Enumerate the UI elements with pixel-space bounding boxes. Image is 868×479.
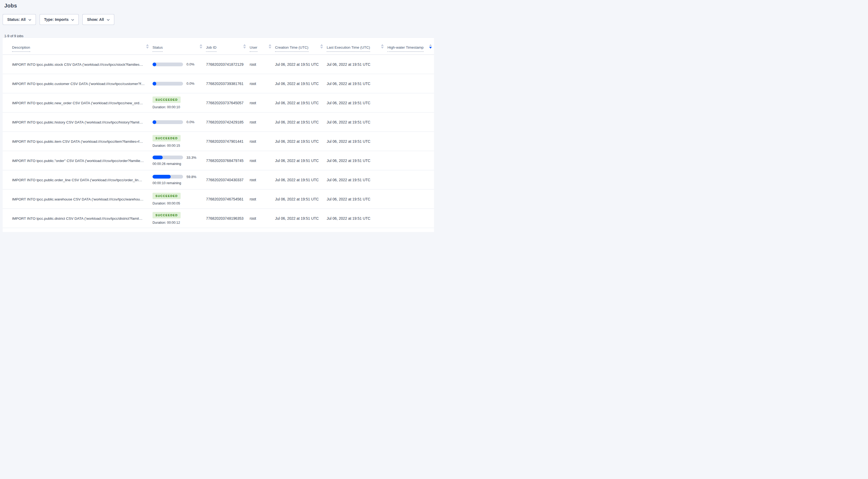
status-subtext: Duration: 00:00:05 [153,202,206,205]
progress-fill [153,63,156,66]
progress-percent: 0.0% [186,120,194,124]
sort-arrows-icon [381,44,384,49]
progress-percent: 59.8% [186,175,196,179]
column-header-job-id[interactable]: Job ID [206,44,250,55]
job-status-cell: 33.3% 00:00:26 remaining [153,156,206,166]
progress-track [153,156,183,159]
sort-arrows-icon [269,44,271,49]
type-filter-dropdown[interactable]: Type: Imports [40,14,79,25]
status-subtext: 00:00:10 remaining [153,181,206,185]
sort-arrows-icon [243,44,246,49]
job-description-cell: IMPORT INTO tpcc.public.warehouse CSV DA… [3,197,153,201]
job-id-cell: 776820203746754561 [206,197,250,201]
column-header-high-water-timestamp[interactable]: High-water Timestamp [388,44,434,55]
job-description-cell: IMPORT INTO tpcc.public."order" CSV DATA… [3,159,153,163]
table-row: IMPORT INTO tpcc.public.order_line CSV D… [3,170,434,190]
status-filter-label: Status: All [7,18,26,22]
job-description: IMPORT INTO tpcc.public.history CSV DATA… [12,120,143,124]
chevron-down-icon [28,19,31,21]
progress-fill [153,156,163,159]
job-description: IMPORT INTO tpcc.public.new_order CSV DA… [12,101,143,105]
progress-bar: 0.0% [153,120,206,124]
job-description-cell: IMPORT INTO tpcc.public.stock CSV DATA (… [3,62,153,67]
status-badge: SUCCEEDED [153,212,181,218]
progress-bar: 59.8% [153,175,206,179]
job-last-execution-time-cell: Jul 06, 2022 at 19:51 UTC [327,216,388,220]
page-title: Jobs [4,3,434,9]
status-filter-dropdown[interactable]: Status: All [3,14,36,25]
table-row: IMPORT INTO tpcc.public.warehouse CSV DA… [3,190,434,209]
chevron-down-icon [107,19,110,21]
job-last-execution-time-cell: Jul 06, 2022 at 19:51 UTC [327,101,388,105]
job-creation-time-cell: Jul 06, 2022 at 19:51 UTC [275,120,327,124]
status-subtext: Duration: 00:00:10 [153,105,206,109]
sort-arrows-icon [146,44,149,49]
job-description: IMPORT INTO tpcc.public.order_line CSV D… [12,178,142,182]
progress-track [153,82,183,85]
status-subtext: 00:00:26 remaining [153,162,206,166]
job-user-cell: root [250,216,275,220]
progress-fill [153,175,171,178]
job-user-cell: root [250,159,275,163]
table-body: IMPORT INTO tpcc.public.stock CSV DATA (… [3,55,434,228]
job-id-cell: 776820203748196353 [206,216,250,220]
job-user-cell: root [250,81,275,86]
status-badge: SUCCEEDED [153,135,181,141]
progress-track [153,175,183,178]
job-creation-time-cell: Jul 06, 2022 at 19:51 UTC [275,81,327,86]
job-last-execution-time-cell: Jul 06, 2022 at 19:51 UTC [327,159,388,163]
sort-arrows-icon [320,44,323,49]
job-creation-time-cell: Jul 06, 2022 at 19:51 UTC [275,139,327,143]
table-row: IMPORT INTO tpcc.public.new_order CSV DA… [3,93,434,112]
job-status-cell: SUCCEEDED Duration: 00:00:10 [153,97,206,109]
job-creation-time-cell: Jul 06, 2022 at 19:51 UTC [275,101,327,105]
job-status-cell: 59.8% 00:00:10 remaining [153,175,206,185]
job-user-cell: root [250,120,275,124]
job-description: IMPORT INTO tpcc.public.stock CSV DATA (… [12,63,143,67]
progress-bar: 0.0% [153,62,206,66]
sort-desc-icon [429,44,432,49]
status-subtext: Duration: 00:00:12 [153,221,206,225]
column-header-description[interactable]: Description [3,44,153,55]
table-header-row: Description Status Job ID User Creation … [3,38,434,55]
type-filter-label: Type: Imports [44,18,69,22]
job-description-cell: IMPORT INTO tpcc.public.new_order CSV DA… [3,101,153,105]
job-status-cell: 0.0% [153,81,206,85]
filter-bar: Status: All Type: Imports Show: All [3,14,434,25]
progress-percent: 0.0% [186,81,194,85]
table-row: IMPORT INTO tpcc.public.customer CSV DAT… [3,74,434,93]
show-filter-label: Show: All [87,18,104,22]
table-row: IMPORT INTO tpcc.public.district CSV DAT… [3,209,434,228]
job-status-cell: 0.0% [153,120,206,124]
job-description-cell: IMPORT INTO tpcc.public.item CSV DATA ('… [3,139,153,143]
job-last-execution-time-cell: Jul 06, 2022 at 19:51 UTC [327,197,388,201]
job-creation-time-cell: Jul 06, 2022 at 19:51 UTC [275,159,327,163]
job-user-cell: root [250,62,275,67]
job-description-cell: IMPORT INTO tpcc.public.history CSV DATA… [3,120,153,124]
job-creation-time-cell: Jul 06, 2022 at 19:51 UTC [275,178,327,182]
status-subtext: Duration: 00:00:15 [153,144,206,147]
column-header-creation-time[interactable]: Creation Time (UTC) [275,44,327,55]
job-last-execution-time-cell: Jul 06, 2022 at 19:51 UTC [327,62,388,67]
job-description: IMPORT INTO tpcc.public.customer CSV DAT… [12,82,145,86]
job-last-execution-time-cell: Jul 06, 2022 at 19:51 UTC [327,178,388,182]
job-description: IMPORT INTO tpcc.public.district CSV DAT… [12,216,142,220]
job-user-cell: root [250,178,275,182]
progress-percent: 33.3% [186,156,196,160]
job-id-cell: 776820203768479745 [206,159,250,163]
job-user-cell: root [250,101,275,105]
job-creation-time-cell: Jul 06, 2022 at 19:51 UTC [275,197,327,201]
job-status-cell: 0.0% [153,62,206,66]
column-header-status[interactable]: Status [153,44,206,55]
job-last-execution-time-cell: Jul 06, 2022 at 19:51 UTC [327,81,388,86]
job-status-cell: SUCCEEDED Duration: 00:00:15 [153,135,206,147]
job-id-cell: 776820203739381761 [206,81,250,86]
column-header-last-execution-time[interactable]: Last Execution Time (UTC) [327,44,388,55]
job-status-cell: SUCCEEDED Duration: 00:00:05 [153,193,206,205]
job-last-execution-time-cell: Jul 06, 2022 at 19:51 UTC [327,120,388,124]
status-badge: SUCCEEDED [153,193,181,199]
progress-fill [153,82,156,85]
job-id-cell: 776820203740430337 [206,178,250,182]
show-filter-dropdown[interactable]: Show: All [83,14,114,25]
column-header-user[interactable]: User [250,44,275,55]
